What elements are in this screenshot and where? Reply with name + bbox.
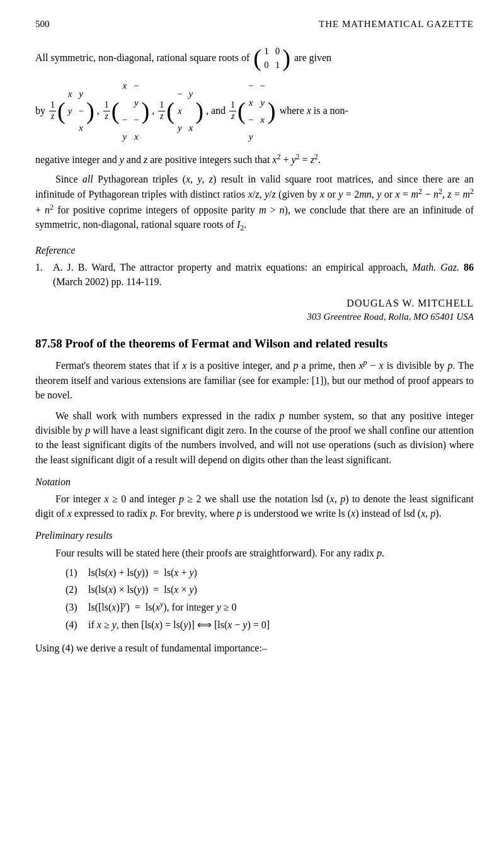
left-bracket: (: [253, 48, 261, 69]
matrix-cells: 10 01: [261, 43, 282, 74]
matrix-4-cells: −x−y −yx: [246, 76, 268, 147]
result-num-4: (4): [66, 617, 81, 632]
result-row-4: (4) if x ≥ y, then [ls(x) = ls(y)] ⟺ [ls…: [66, 617, 474, 632]
matrices-line: by 1z ( xy y−x ) , 1z ( x−y −y−x ) , 1z …: [35, 76, 474, 147]
ref-number: 1.: [35, 260, 48, 289]
journal-title: THE MATHEMATICAL GAZETTE: [319, 18, 474, 31]
left-bracket: (: [238, 101, 246, 121]
fermat-para: Fermat's theorem states that if x is a p…: [35, 358, 474, 402]
are-given-text: are given: [294, 50, 331, 65]
result-expr-3: ls([ls(x)]y) = ls(xy), for integer y ≥ 0: [88, 599, 237, 615]
author-name: DOUGLAS W. MITCHELL: [35, 296, 474, 310]
right-bracket: ): [282, 48, 290, 69]
result-num-2: (2): [66, 582, 81, 597]
left-bracket: (: [166, 101, 175, 121]
continuation-line: negative integer and y and z are positiv…: [35, 152, 474, 167]
section-title: 87.58 Proof of the theorems of Fermat an…: [35, 335, 474, 352]
section-number: 87.58: [35, 337, 62, 350]
frac-3: 1z: [158, 100, 165, 122]
result-num-3: (3): [66, 600, 81, 614]
author-address: 303 Greentree Road, Rolla, MO 65401 USA: [35, 310, 474, 324]
left-bracket: (: [112, 101, 120, 121]
prelim-para: Four results will be stated here (their …: [35, 546, 474, 560]
right-bracket: ): [86, 101, 94, 121]
right-bracket: ): [141, 101, 149, 121]
frac-2: 1z: [103, 100, 110, 122]
matrix-1-cells: xy y−x: [66, 84, 86, 138]
reference-title: Reference: [35, 243, 474, 257]
preliminary-title: Preliminary results: [35, 528, 474, 543]
identity-matrix: ( 10 01 ): [253, 43, 290, 74]
notation-title: Notation: [35, 475, 474, 489]
intro-text: All symmetric, non-diagonal, rational sq…: [35, 50, 249, 65]
result-row-1: (1) ls(ls(x) + ls(y)) = ls(x + y): [66, 565, 474, 580]
result-expr-4: if x ≥ y, then [ls(x) = ls(y)] ⟺ [ls(x −…: [88, 617, 270, 632]
matrix-1: ( xy y−x ): [57, 84, 94, 138]
results-list: (1) ls(ls(x) + ls(y)) = ls(x + y) (2) ls…: [66, 565, 474, 632]
reference-section: Reference 1. A. J. B. Ward, The attracto…: [35, 243, 474, 290]
result-row-2: (2) ls(ls(x) × ls(y)) = ls(x × y): [66, 582, 474, 597]
page-number: 500: [35, 18, 50, 31]
matrix-2-cells: x−y −y−x: [120, 76, 142, 147]
intro-matrix-line: All symmetric, non-diagonal, rational sq…: [35, 43, 474, 74]
result-expr-2: ls(ls(x) × ls(y)) = ls(x × y): [88, 582, 197, 597]
para-pythagorean: Since all Pythagorean triples (x, y, z) …: [35, 172, 474, 234]
left-bracket: (: [57, 101, 66, 121]
matrix-3: ( −xy yx ): [166, 84, 203, 138]
frac-4: 1z: [229, 100, 236, 122]
result-row-3: (3) ls([ls(x)]y) = ls(xy), for integer y…: [66, 599, 474, 615]
author-block: DOUGLAS W. MITCHELL 303 Greentree Road, …: [35, 296, 474, 324]
notation-para: For integer x ≥ 0 and integer p ≥ 2 we s…: [35, 492, 474, 521]
matrix-2: ( x−y −y−x ): [112, 76, 150, 147]
section-title-text: Proof of the theorems of Fermat and Wils…: [66, 337, 388, 350]
right-bracket: ): [195, 101, 203, 121]
ref-text: A. J. B. Ward, The attractor property an…: [53, 260, 474, 289]
final-line: Using (4) we derive a result of fundamen…: [35, 641, 474, 655]
frac-1: 1z: [49, 100, 56, 122]
matrix-3-cells: −xy yx: [175, 84, 195, 138]
radix-para: We shall work with numbers expressed in …: [35, 409, 474, 467]
result-expr-1: ls(ls(x) + ls(y)) = ls(x + y): [88, 565, 197, 580]
result-num-1: (1): [66, 565, 81, 580]
right-bracket: ): [268, 101, 276, 121]
reference-item-1: 1. A. J. B. Ward, The attractor property…: [35, 260, 474, 289]
matrix-4: ( −x−y −yx ): [238, 76, 276, 147]
